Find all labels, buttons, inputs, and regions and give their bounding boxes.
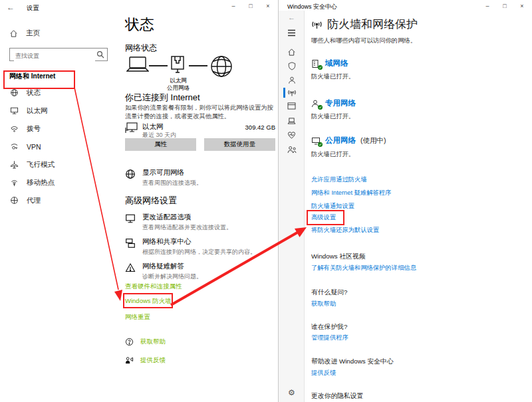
properties-button[interactable]: 属性 [125, 138, 196, 151]
security-window: Windows 安全中心 – □ × ← [279, 0, 532, 402]
who-protects-title: 谁在保护我? [311, 323, 347, 332]
network-name: 专用网络 [325, 98, 356, 108]
firewall-subtitle: 哪些人和哪些内容可以访问你的网络。 [311, 37, 416, 45]
minimize-button[interactable]: – [225, 0, 242, 12]
feedback-icon [125, 356, 134, 365]
virus-threat-protection-icon[interactable] [279, 62, 305, 70]
link-learn-more-firewall[interactable]: 了解有关防火墙和网络保护的详细信息 [311, 264, 416, 272]
link-windows-firewall[interactable]: Windows 防火墙 [125, 297, 172, 306]
private-network-section[interactable]: 专用网络 [311, 98, 360, 108]
link-hardware-properties[interactable]: 查看硬件和连接属性 [125, 282, 182, 291]
row-title: 网络疑难解答 [142, 262, 275, 271]
account-protection-icon[interactable] [279, 76, 305, 84]
status-icon [9, 88, 19, 97]
link-advanced-settings[interactable]: 高级设置 [311, 213, 336, 222]
sidebar-home-label: 主页 [26, 29, 40, 38]
firewall-heading: 防火墙和网络保护 [311, 17, 418, 32]
search-icon[interactable] [96, 50, 104, 58]
domain-network-icon [311, 59, 321, 68]
get-help-link[interactable]: 获取帮助 [125, 338, 166, 346]
link-restore-firewall-defaults[interactable]: 将防火墙还原为默认设置 [311, 226, 379, 235]
maximize-button[interactable]: □ [496, 0, 513, 12]
back-icon[interactable]: ← [7, 3, 15, 12]
link-allow-app-through-firewall[interactable]: 允许应用通过防火墙 [311, 175, 367, 184]
data-usage-value: 309.42 GB [245, 124, 275, 131]
dialup-icon [9, 124, 19, 133]
close-button[interactable]: × [259, 0, 277, 12]
get-help-label: 获取帮助 [140, 338, 166, 346]
network-sharing-center[interactable]: 网络和共享中心 根据所连接到的网络，决定要共享的内容。 [125, 237, 275, 256]
device-performance-health-icon[interactable] [279, 131, 305, 139]
settings-gear-icon[interactable]: ⚙ [279, 388, 305, 397]
network-diagram: 以太网 公用网络 [125, 55, 275, 94]
privacy-settings-link[interactable]: 更改你的隐私设置 [311, 392, 363, 401]
settings-nav: 状态 以太网 拨号 V [0, 84, 118, 209]
ethernet-connector-icon [170, 56, 185, 76]
airplane-icon [9, 160, 19, 169]
diagram-link-line [149, 65, 168, 66]
sidebar-item-dialup[interactable]: 拨号 [0, 120, 118, 138]
link-get-help[interactable]: 获取帮助 [311, 300, 336, 308]
menu-icon[interactable] [279, 29, 305, 37]
proxy-icon [9, 196, 19, 205]
sidebar-item-proxy[interactable]: 代理 [0, 191, 118, 209]
network-troubleshooter[interactable]: 网络疑难解答 诊断并解决网络问题。 [125, 262, 275, 281]
sidebar-section-label: 网络和 Internet [9, 72, 118, 81]
nav-label: 拨号 [27, 124, 41, 134]
public-network-section[interactable]: 公用网络 (使用中) [311, 136, 386, 146]
home-icon[interactable] [279, 48, 305, 56]
security-window-controls: – □ × [479, 0, 531, 12]
back-icon[interactable]: ← [279, 13, 305, 21]
hotspot-icon [9, 178, 19, 187]
row-desc: 根据所连接到的网络，决定要共享的内容。 [142, 248, 275, 256]
ethernet-adapter-icon [125, 122, 138, 134]
sidebar-item-mobile-hotspot[interactable]: 移动热点 [0, 173, 118, 191]
sidebar-item-status[interactable]: 状态 [0, 84, 118, 102]
settings-sidebar: 主页 网络和 Internet 状态 [0, 17, 118, 209]
change-adapter-options[interactable]: 更改适配器选项 查看网络适配器并更改连接设置。 [125, 213, 275, 232]
diagram-link-line [189, 65, 207, 66]
community-videos-title: Windows 社区视频 [311, 252, 366, 261]
close-button[interactable]: × [513, 0, 531, 12]
public-network-icon [311, 136, 321, 146]
adapter-icon [125, 213, 136, 224]
data-usage-button[interactable]: 数据使用量 [204, 138, 275, 151]
firewall-status: 防火墙已打开。 [311, 150, 354, 159]
sidebar-item-airplane-mode[interactable]: 飞行模式 [0, 155, 118, 173]
firewall-status: 防火墙已打开。 [311, 72, 354, 81]
sidebar-item-home[interactable]: 主页 [0, 25, 118, 41]
settings-window-controls: – □ × [225, 0, 277, 12]
link-give-feedback[interactable]: 提供反馈 [311, 369, 336, 377]
sidebar-item-vpn[interactable]: VPN [0, 138, 118, 155]
search-input[interactable] [14, 50, 95, 62]
home-icon [9, 29, 18, 38]
minimize-button[interactable]: – [479, 0, 496, 12]
help-icon [125, 338, 134, 346]
laptop-icon [126, 56, 149, 74]
family-options-icon[interactable] [279, 146, 305, 153]
security-rail: ← [279, 11, 305, 402]
private-network-icon [311, 99, 321, 108]
advanced-network-heading: 高级网络设置 [125, 195, 177, 207]
domain-network-section[interactable]: 域网络 [311, 58, 353, 68]
firewall-network-protection-icon[interactable] [279, 88, 305, 97]
give-feedback-label: 提供反馈 [140, 356, 166, 365]
link-firewall-notification-settings[interactable]: 防火墙通知设置 [311, 202, 354, 211]
help-improve-title: 帮助改进 Windows 安全中心 [311, 357, 394, 366]
row-title: 网络和共享中心 [142, 237, 275, 247]
network-name: 公用网络 [325, 136, 356, 146]
link-manage-providers[interactable]: 管理提供程序 [311, 334, 348, 342]
link-network-internet-troubleshooter[interactable]: 网络和 Internet 疑难解答程序 [311, 189, 391, 197]
vpn-icon [9, 142, 19, 151]
sidebar-item-ethernet[interactable]: 以太网 [0, 102, 118, 120]
page-title: 状态 [125, 15, 154, 35]
maximize-button[interactable]: □ [242, 0, 259, 12]
nav-label: VPN [27, 143, 41, 151]
link-network-reset[interactable]: 网络重置 [125, 313, 150, 322]
network-suffix: (使用中) [360, 136, 386, 146]
app-browser-control-icon[interactable] [279, 102, 305, 110]
show-available-networks[interactable]: 显示可用网络 查看周围的连接选项。 [125, 168, 275, 187]
sharing-icon [125, 238, 136, 249]
give-feedback-link[interactable]: 提供反馈 [125, 356, 166, 365]
device-security-icon[interactable] [279, 118, 305, 125]
